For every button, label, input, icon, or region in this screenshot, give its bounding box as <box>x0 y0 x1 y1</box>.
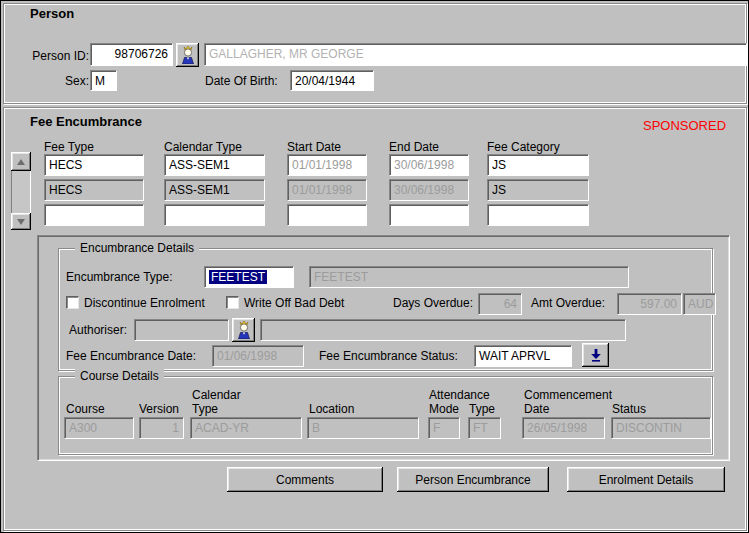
discontinue-enrolment-label: Discontinue Enrolment <box>84 296 205 310</box>
comments-button[interactable]: Comments <box>227 467 383 492</box>
date-label: Date <box>524 402 549 416</box>
cell-calendar-type[interactable]: ASS-SEM1 <box>164 154 265 176</box>
encumbrance-details-fieldset: Encumbrance Details Encumbrance Type: FE… <box>58 248 713 371</box>
authoriser-input[interactable] <box>134 319 229 341</box>
course-label: Course <box>66 402 105 416</box>
cell-fee-category[interactable]: JS <box>487 154 589 176</box>
comments-button-label: Comments <box>276 473 334 487</box>
commencement-header-label: Commencement <box>524 388 612 402</box>
attendance-type-display: FT <box>468 417 501 439</box>
col-header-fee-type: Fee Type <box>44 140 94 154</box>
write-off-bad-debt-label: Write Off Bad Debt <box>244 296 344 310</box>
status-label: Status <box>612 402 646 416</box>
fee-encumbrance-date-label: Fee Encumbrance Date: <box>66 349 196 363</box>
person-panel-title: Person <box>30 6 74 21</box>
course-details-legend: Course Details <box>75 369 164 383</box>
dob-label: Date Of Birth: <box>205 74 278 88</box>
person-id-label: Person ID: <box>16 49 89 63</box>
scroll-down-button[interactable] <box>11 213 31 230</box>
details-panel: Encumbrance Details Encumbrance Type: FE… <box>37 235 730 461</box>
status-list-button[interactable] <box>582 343 609 367</box>
fee-encumbrance-date-display: 01/06/1998 <box>212 345 304 367</box>
fee-encumbrance-status-label: Fee Encumbrance Status: <box>319 349 458 363</box>
location-label: Location <box>309 402 354 416</box>
cell-end-date: 30/06/1998 <box>389 154 469 176</box>
cell-fee-type[interactable]: HECS <box>44 154 144 176</box>
discontinue-enrolment-checkbox[interactable] <box>66 296 79 309</box>
encumbrance-details-legend: Encumbrance Details <box>75 241 199 255</box>
cell-end-date[interactable] <box>389 204 469 226</box>
person-icon <box>180 46 196 64</box>
person-panel: Person Person ID: 98706726 GALLAGHER, MR… <box>3 3 747 104</box>
currency-display: AUD <box>683 293 716 315</box>
days-overdue-label: Days Overdue: <box>393 296 473 310</box>
amt-overdue-label: Amt Overdue: <box>531 296 605 310</box>
version-label: Version <box>139 402 179 416</box>
up-arrow-icon <box>17 159 25 165</box>
days-overdue-display: 64 <box>478 293 522 315</box>
authoriser-label: Authoriser: <box>69 323 127 337</box>
course-display: A300 <box>64 417 134 439</box>
person-name-display: GALLAGHER, MR GEORGE <box>204 43 747 66</box>
down-arrow-icon <box>17 219 25 225</box>
amt-overdue-display: 597.00 <box>617 293 682 315</box>
encumbrance-type-input[interactable]: FEETEST <box>204 266 294 288</box>
type-label: Type <box>192 402 218 416</box>
calendar-type-display: ACAD-YR <box>190 417 302 439</box>
down-arrow-icon <box>589 348 603 362</box>
attendance-header-label: Attendance <box>429 388 490 402</box>
location-display: B <box>307 417 419 439</box>
person-id-input[interactable]: 98706726 <box>90 43 173 66</box>
mode-label: Mode <box>429 402 459 416</box>
cell-fee-type[interactable] <box>44 204 144 226</box>
person-icon <box>236 321 252 339</box>
dob-input[interactable]: 20/04/1944 <box>290 70 374 91</box>
authoriser-name-display <box>260 319 626 341</box>
att-type-label: Type <box>469 402 495 416</box>
write-off-bad-debt-checkbox[interactable] <box>226 296 239 309</box>
sex-label: Sex: <box>44 74 89 88</box>
scroll-up-button[interactable] <box>11 152 31 171</box>
course-status-display: DISCONTIN <box>611 417 711 439</box>
cell-start-date[interactable] <box>287 204 367 226</box>
cell-calendar-type[interactable] <box>164 204 265 226</box>
fee-encumbrance-status-input[interactable]: WAIT APRVL <box>474 345 572 367</box>
record-scrollbar[interactable] <box>11 152 31 230</box>
cell-start-date: 01/01/1998 <box>287 154 367 176</box>
authoriser-lookup-button[interactable] <box>232 318 255 342</box>
person-encumbrance-button[interactable]: Person Encumbrance <box>397 467 549 492</box>
cell-end-date: 30/06/1998 <box>389 179 469 201</box>
enrolment-details-button-label: Enrolment Details <box>599 473 694 487</box>
commencement-date-display: 26/05/1998 <box>522 417 605 439</box>
encumbrance-type-label: Encumbrance Type: <box>66 270 173 284</box>
col-header-calendar-type: Calendar Type <box>164 140 242 154</box>
attendance-mode-display: F <box>428 417 460 439</box>
enrolment-details-button[interactable]: Enrolment Details <box>567 467 725 492</box>
encumbrance-type-description: FEETEST <box>309 266 629 288</box>
sponsored-badge: SPONSORED <box>643 119 726 133</box>
col-header-start-date: Start Date <box>287 140 341 154</box>
sex-input[interactable]: M <box>90 70 117 91</box>
col-header-end-date: End Date <box>389 140 439 154</box>
calendar-header-label: Calendar <box>192 388 241 402</box>
cell-calendar-type[interactable]: ASS-SEM1 <box>164 179 265 201</box>
fee-encumbrance-window: Person Person ID: 98706726 GALLAGHER, MR… <box>0 0 749 533</box>
cell-start-date: 01/01/1998 <box>287 179 367 201</box>
cell-fee-category[interactable]: JS <box>487 179 589 201</box>
version-display: 1 <box>139 417 184 439</box>
course-details-fieldset: Course Details Calendar Attendance Comme… <box>58 376 713 455</box>
cell-fee-category[interactable] <box>487 204 589 226</box>
person-lookup-button[interactable] <box>176 43 199 67</box>
selected-text: FEETEST <box>209 270 267 284</box>
cell-fee-type[interactable]: HECS <box>44 179 144 201</box>
person-encumbrance-button-label: Person Encumbrance <box>415 473 530 487</box>
fee-encumbrance-title: Fee Encumbrance <box>30 114 142 129</box>
col-header-fee-category: Fee Category <box>487 140 560 154</box>
fee-encumbrance-panel: Fee Encumbrance SPONSORED Fee Type Calen… <box>3 107 747 531</box>
